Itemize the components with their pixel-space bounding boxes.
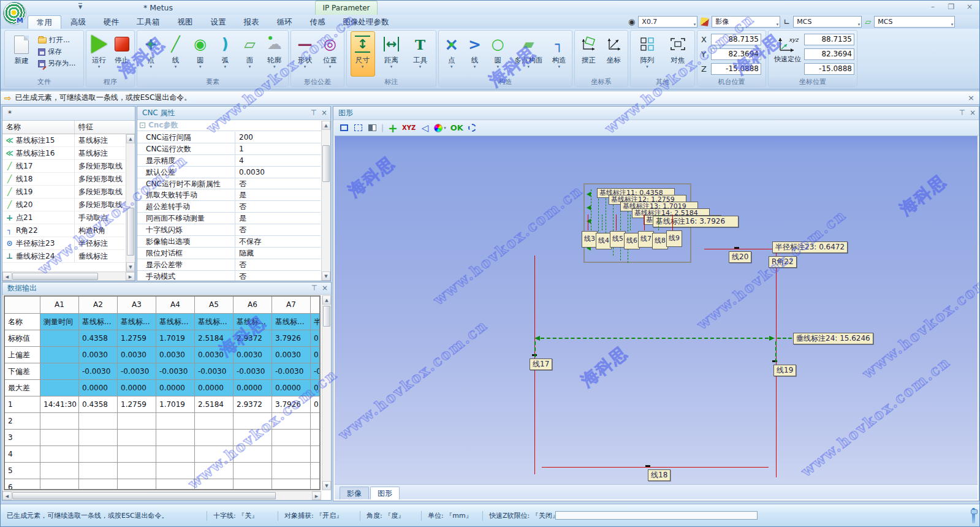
machine-x-value[interactable]: 88.7135 — [711, 34, 761, 45]
column-name[interactable]: 名称 — [2, 121, 75, 134]
save-as-button[interactable]: 另存为... — [38, 58, 75, 69]
property-row[interactable]: 限位对话框 隐藏 — [137, 248, 321, 259]
ribbon-tab[interactable]: 图像处理参数 — [335, 15, 398, 29]
property-value[interactable]: 0.0030 — [235, 167, 321, 178]
ok-button[interactable]: OK — [450, 123, 463, 134]
save-button[interactable]: 保存 — [38, 46, 75, 58]
panel-close-icon[interactable]: × — [970, 107, 976, 119]
element-button[interactable]: 轮廓 ▾ — [262, 31, 287, 77]
property-value[interactable]: 200 — [235, 132, 321, 143]
machine-y-value[interactable]: 82.3694 — [711, 48, 761, 60]
panel-close-icon[interactable]: × — [321, 107, 327, 119]
view-mode-combo[interactable]: 影像▾ — [712, 16, 780, 28]
scroll-thumb[interactable] — [12, 492, 276, 499]
coordinate-system-combo[interactable]: MCS▾ — [793, 16, 862, 28]
scroll-thumb[interactable] — [322, 145, 330, 182]
z-slider-icon[interactable] — [972, 508, 975, 523]
property-row[interactable]: 默认公差 0.0030 — [137, 167, 321, 178]
tree-horizontal-scrollbar[interactable]: ◀ ▶ — [2, 271, 135, 281]
table-row[interactable]: 下偏差 -0.0030 -0.0030 -0.0030 -0.0030 -0.0… — [5, 363, 319, 380]
element-button[interactable]: 圆 ▾ — [188, 31, 213, 77]
line20-label[interactable]: 线20 — [729, 251, 751, 263]
gdt-button[interactable]: 形状 ▾ — [293, 31, 317, 77]
ribbon-tab[interactable]: 常用 — [28, 15, 61, 29]
cnc-group-row[interactable]: - Cnc参数 — [137, 120, 330, 131]
tree-row[interactable]: R角22 构造R角 — [2, 224, 125, 237]
property-value[interactable]: 是 — [235, 189, 321, 200]
property-row[interactable]: 影像输出选项 不保存 — [137, 236, 321, 248]
property-value[interactable]: 否 — [235, 271, 321, 281]
panel-close-icon[interactable]: × — [322, 282, 328, 294]
property-value[interactable]: 否 — [235, 224, 321, 235]
maximize-button[interactable]: ❐ — [946, 2, 956, 11]
tree-row[interactable]: 基线标注16 基线标注 — [2, 147, 125, 160]
property-value[interactable]: 隐藏 — [235, 248, 321, 259]
circle-select-button[interactable] — [468, 123, 477, 134]
element-button[interactable]: 点 ▾ — [139, 31, 163, 77]
scroll-thumb[interactable] — [323, 306, 330, 327]
new-button[interactable]: 新建 — [7, 32, 36, 77]
minimize-button[interactable]: – — [928, 2, 938, 11]
ribbon-tab[interactable]: 传感 — [302, 15, 334, 29]
column-feature[interactable]: 特征 — [75, 121, 135, 134]
rcorner-label[interactable]: R角22 — [769, 256, 797, 268]
scroll-down-icon[interactable]: ▼ — [322, 481, 331, 490]
status-item[interactable]: 对象捕获: 『开启』 — [278, 511, 343, 521]
table-row[interactable]: 6 — [5, 479, 319, 490]
coordinate-button[interactable]: 坐标 — [602, 31, 626, 77]
ribbon-tab[interactable]: 工具箱 — [128, 15, 169, 29]
stop-button[interactable]: 停止 — [110, 31, 133, 77]
quick-access-caret-icon[interactable]: ▼ — [78, 3, 82, 10]
status-item[interactable]: 十字线: 『关』 — [207, 511, 258, 521]
table-row[interactable]: 最大差 0.0000 0.0000 0.0000 0.0000 0.0000 0… — [5, 380, 319, 396]
tree-row[interactable]: 半径标注23 半径标注 — [2, 237, 125, 250]
table-row[interactable]: 1 14:41:30 0.4358 1.2759 1.7019 2.5184 2… — [5, 396, 319, 413]
undo-arrow-button[interactable]: ◁ — [420, 123, 430, 134]
scroll-up-icon[interactable]: ▲ — [126, 134, 135, 143]
fit-view-button[interactable] — [353, 123, 363, 134]
tree-row[interactable]: 线20 多段矩形取线 — [2, 199, 125, 211]
canvas-view-tab[interactable]: 图形 — [370, 487, 400, 499]
radius-dimension-label[interactable]: 半径标注23: 0.6472 — [772, 241, 848, 253]
canvas-view-tab[interactable]: 影像 — [340, 487, 369, 499]
xyz-readout-button[interactable]: XYZ — [402, 123, 416, 134]
property-row[interactable]: 显示精度 4 — [137, 155, 321, 167]
message-close-icon[interactable]: × — [968, 93, 974, 102]
construct-button[interactable]: 线 ▾ — [463, 31, 487, 77]
table-row[interactable]: 4 — [5, 446, 319, 463]
property-value[interactable]: 不保存 — [235, 236, 321, 247]
construct-button[interactable]: 构造 ▾ — [547, 31, 571, 77]
close-button[interactable]: × — [965, 2, 974, 11]
annotate-button[interactable]: 距离 ▾ — [379, 31, 404, 77]
tree-row[interactable]: 线17 多段矩形取线 — [2, 160, 125, 173]
status-item[interactable]: 快速Z软限位: 『关闭』 — [482, 511, 559, 521]
element-button[interactable]: 面 ▾ — [237, 31, 262, 77]
open-button[interactable]: 打开... — [38, 34, 75, 46]
pen-icon[interactable] — [701, 17, 710, 26]
tree-row[interactable]: 点21 手动取点 — [2, 211, 125, 224]
table-row[interactable]: 标称值 0.4358 1.2759 1.7019 2.5184 2.9372 3… — [5, 330, 319, 347]
line17-label[interactable]: 线17 — [530, 358, 552, 370]
line18-label[interactable]: 线18 — [648, 469, 670, 481]
line20-geometry[interactable] — [704, 249, 773, 249]
color-picker-button[interactable]: ▾ — [434, 123, 446, 134]
annotate-button[interactable]: 尺寸 ▾ — [351, 31, 375, 77]
array-button[interactable]: 阵列 ▾ — [633, 31, 661, 77]
quick-position-button[interactable]: xyz 快速定位 — [771, 34, 804, 63]
construct-button[interactable]: 点 ▾ — [440, 31, 463, 77]
scroll-up-icon[interactable]: ▲ — [322, 121, 330, 130]
property-value[interactable]: 是 — [235, 213, 321, 224]
element-button[interactable]: 线 ▾ — [163, 31, 188, 77]
scroll-thumb[interactable] — [12, 273, 98, 280]
property-row[interactable]: CNC运行次数 1 — [137, 143, 321, 155]
ribbon-tab[interactable]: 硬件 — [95, 15, 127, 29]
table-row[interactable]: 2 — [5, 413, 319, 430]
scroll-down-icon[interactable]: ▼ — [126, 262, 135, 271]
ribbon-tab[interactable]: 报表 — [235, 15, 268, 29]
property-value[interactable]: 否 — [235, 259, 321, 270]
pin-icon[interactable]: ⊤ — [959, 107, 965, 119]
ribbon-tab[interactable]: 高级 — [62, 15, 94, 29]
run-button[interactable]: 运行 ▾ — [88, 31, 110, 77]
table-row[interactable]: 上偏差 0.0030 0.0030 0.0030 0.0030 0.0030 0… — [5, 347, 319, 363]
annotate-button[interactable]: 工具 ▾ — [408, 31, 433, 77]
